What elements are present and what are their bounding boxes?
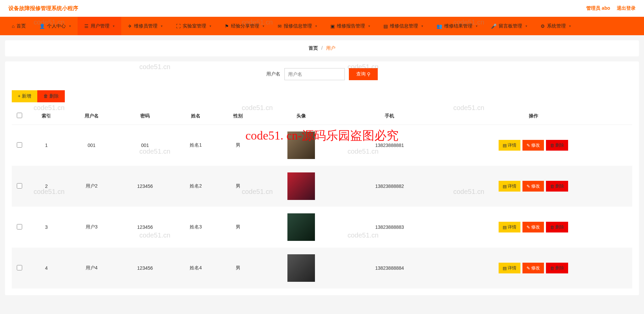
cell-password: 123456 bbox=[117, 207, 173, 248]
row-checkbox[interactable] bbox=[17, 183, 22, 189]
cell-name: 姓名3 bbox=[173, 207, 219, 248]
nav-icon: ⚑ bbox=[225, 23, 229, 29]
add-button[interactable]: + 新增 bbox=[12, 90, 37, 102]
nav-item-1[interactable]: 👤个人中心▾ bbox=[33, 17, 78, 35]
table-row: 2用户2123456姓名2男13823888882▤ 详情✎ 修改🗑 删除 bbox=[12, 166, 632, 207]
row-delete-button[interactable]: 🗑 删除 bbox=[546, 181, 568, 192]
table-row: 3用户3123456姓名3男13823888883▤ 详情✎ 修改🗑 删除 bbox=[12, 207, 632, 248]
cell-username: 用户2 bbox=[66, 166, 117, 207]
col-checkbox bbox=[12, 107, 27, 125]
chevron-down-icon: ▾ bbox=[421, 24, 423, 28]
avatar bbox=[287, 213, 315, 241]
edit-button[interactable]: ✎ 修改 bbox=[522, 181, 544, 192]
plus-icon: + bbox=[18, 93, 22, 99]
nav-label: 留言板管理 bbox=[499, 23, 522, 29]
header-right: 管理员 abo 退出登录 bbox=[586, 5, 636, 11]
table-row: 4用户4123456姓名4男13823888884▤ 详情✎ 修改🗑 删除 bbox=[12, 248, 632, 289]
nav-item-4[interactable]: ⛶实验室管理▾ bbox=[169, 17, 218, 35]
chevron-down-icon: ▾ bbox=[113, 24, 114, 28]
row-delete-button[interactable]: 🗑 删除 bbox=[546, 222, 568, 232]
main-nav: ⌂首页👤个人中心▾☰用户管理▾✈维修员管理▾⛶实验室管理▾⚑经验分享管理▾✉报修… bbox=[0, 17, 644, 35]
detail-button[interactable]: ▤ 详情 bbox=[499, 140, 520, 151]
nav-item-0[interactable]: ⌂首页 bbox=[5, 17, 33, 35]
detail-icon: ▤ bbox=[503, 266, 507, 271]
cell-index: 4 bbox=[27, 248, 66, 289]
row-delete-button[interactable]: 🗑 删除 bbox=[546, 140, 568, 151]
nav-item-8[interactable]: ▤维修信息管理▾ bbox=[377, 17, 430, 35]
nav-icon: ✈ bbox=[128, 23, 132, 29]
col-password: 密码 bbox=[117, 107, 173, 125]
chevron-down-icon: ▾ bbox=[476, 24, 477, 28]
detail-icon: ▤ bbox=[503, 184, 507, 189]
nav-item-9[interactable]: 👥维修结果管理▾ bbox=[430, 17, 484, 35]
nav-icon: ▣ bbox=[330, 23, 335, 29]
logout-link[interactable]: 退出登录 bbox=[617, 5, 636, 11]
avatar bbox=[287, 132, 315, 159]
detail-button[interactable]: ▤ 详情 bbox=[499, 181, 520, 192]
col-gender: 性别 bbox=[219, 107, 258, 125]
search-input[interactable] bbox=[284, 68, 345, 80]
detail-button[interactable]: ▤ 详情 bbox=[499, 222, 520, 232]
nav-item-6[interactable]: ✉报修信息管理▾ bbox=[271, 17, 324, 35]
search-icon: ⚲ bbox=[367, 71, 370, 77]
breadcrumb: 首页 / 用户 bbox=[5, 40, 639, 56]
col-avatar: 头像 bbox=[258, 107, 344, 125]
edit-icon: ✎ bbox=[526, 143, 530, 148]
cell-phone: 13823888882 bbox=[344, 166, 434, 207]
nav-item-11[interactable]: ⚙系统管理▾ bbox=[534, 17, 578, 35]
edit-button[interactable]: ✎ 修改 bbox=[522, 222, 544, 232]
edit-button[interactable]: ✎ 修改 bbox=[522, 263, 544, 273]
nav-item-10[interactable]: 🎤留言板管理▾ bbox=[484, 17, 534, 35]
avatar bbox=[287, 254, 315, 282]
nav-label: 经验分享管理 bbox=[231, 23, 259, 29]
nav-icon: 🎤 bbox=[491, 23, 497, 29]
chevron-down-icon: ▾ bbox=[525, 24, 527, 28]
nav-label: 系统管理 bbox=[547, 23, 566, 29]
nav-label: 维修报告管理 bbox=[337, 23, 365, 29]
nav-icon: 👥 bbox=[436, 23, 442, 29]
nav-item-5[interactable]: ⚑经验分享管理▾ bbox=[218, 17, 271, 35]
cell-avatar bbox=[258, 166, 344, 207]
row-checkbox[interactable] bbox=[17, 142, 22, 148]
trash-icon: 🗑 bbox=[550, 266, 554, 271]
edit-icon: ✎ bbox=[526, 184, 530, 189]
trash-icon: 🗑 bbox=[43, 93, 49, 99]
delete-button[interactable]: 🗑 删除 bbox=[37, 90, 65, 102]
row-delete-button[interactable]: 🗑 删除 bbox=[546, 263, 568, 273]
nav-label: 实验室管理 bbox=[183, 23, 206, 29]
breadcrumb-home[interactable]: 首页 bbox=[309, 45, 318, 51]
edit-icon: ✎ bbox=[526, 266, 530, 271]
row-checkbox[interactable] bbox=[17, 265, 22, 270]
detail-button[interactable]: ▤ 详情 bbox=[499, 263, 520, 273]
table-header-row: 索引 用户名 密码 姓名 性别 头像 手机 操作 bbox=[12, 107, 632, 125]
cell-gender: 男 bbox=[219, 248, 258, 289]
content: 用户名 查询 ⚲ + 新增 🗑 删除 索引 用户名 密码 姓名 性别 头像 手机 bbox=[5, 61, 639, 295]
nav-label: 用户管理 bbox=[91, 23, 109, 29]
chevron-down-icon: ▾ bbox=[263, 24, 264, 28]
breadcrumb-current: 用户 bbox=[326, 45, 335, 51]
nav-item-2[interactable]: ☰用户管理▾ bbox=[78, 17, 121, 35]
search-bar: 用户名 查询 ⚲ bbox=[12, 68, 632, 80]
nav-icon: ▤ bbox=[383, 23, 388, 29]
nav-item-3[interactable]: ✈维修员管理▾ bbox=[121, 17, 169, 35]
row-checkbox[interactable] bbox=[17, 224, 22, 229]
breadcrumb-sep: / bbox=[321, 45, 323, 51]
nav-item-7[interactable]: ▣维修报告管理▾ bbox=[324, 17, 377, 35]
nav-icon: ⚙ bbox=[541, 23, 545, 29]
cell-name: 姓名4 bbox=[173, 248, 219, 289]
cell-actions: ▤ 详情✎ 修改🗑 删除 bbox=[434, 248, 632, 289]
col-phone: 手机 bbox=[344, 107, 434, 125]
cell-password: 001 bbox=[117, 125, 173, 166]
select-all-checkbox[interactable] bbox=[17, 113, 22, 118]
nav-label: 报修信息管理 bbox=[284, 23, 312, 29]
trash-icon: 🗑 bbox=[550, 225, 554, 230]
cell-gender: 男 bbox=[219, 125, 258, 166]
chevron-down-icon: ▾ bbox=[161, 24, 163, 28]
nav-label: 个人中心 bbox=[47, 23, 66, 29]
nav-icon: ⌂ bbox=[12, 23, 14, 29]
cell-gender: 男 bbox=[219, 207, 258, 248]
cell-phone: 13823888881 bbox=[344, 125, 434, 166]
edit-button[interactable]: ✎ 修改 bbox=[522, 140, 544, 151]
admin-label[interactable]: 管理员 abo bbox=[586, 5, 610, 11]
search-button[interactable]: 查询 ⚲ bbox=[349, 68, 378, 80]
